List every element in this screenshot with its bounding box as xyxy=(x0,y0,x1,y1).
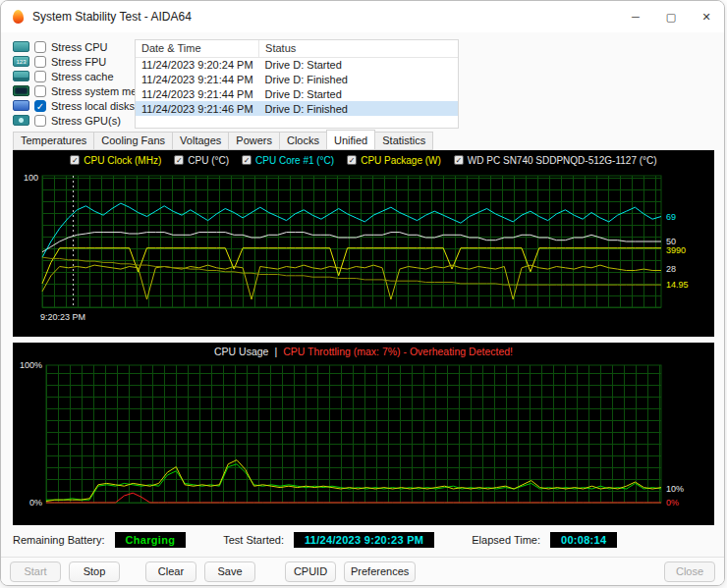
log-cell: 11/24/2023 9:21:46 PM xyxy=(136,101,259,116)
svg-text:28: 28 xyxy=(666,264,676,274)
legend-checkbox-cpu-c-[interactable]: ✓ xyxy=(174,155,184,165)
log-row[interactable]: 11/24/2023 9:21:44 PMDrive D: Started xyxy=(136,86,458,101)
cpu-usage-title-text: CPU Usage xyxy=(214,346,268,357)
log-cell: 11/24/2023 9:21:44 PM xyxy=(136,86,259,101)
cache-icon xyxy=(13,71,29,81)
tab-unified[interactable]: Unified xyxy=(326,130,375,150)
window-title: System Stability Test - AIDA64 xyxy=(32,10,618,24)
app-flame-icon xyxy=(13,10,25,25)
legend-item-cpu-c-: ✓CPU (°C) xyxy=(174,155,229,166)
tab-statistics[interactable]: Statistics xyxy=(374,132,433,150)
cpu-usage-chart-panel: CPU Usage | CPU Throttling (max: 7%) - O… xyxy=(13,343,714,525)
stress-option-label: Stress GPU(s) xyxy=(51,115,121,127)
elapsed-time-value: 00:08:14 xyxy=(550,532,617,548)
status-bar: Remaining Battery: Charging Test Started… xyxy=(13,532,712,548)
legend-label: CPU Clock (MHz) xyxy=(84,155,161,166)
cpuid-button[interactable]: CPUID xyxy=(285,561,336,582)
legend-label: CPU (°C) xyxy=(188,155,229,166)
test-started-label: Test Started: xyxy=(223,534,284,546)
system-stability-test-window: System Stability Test - AIDA64 ─ ▢ ✕ Str… xyxy=(0,0,725,586)
svg-text:0%: 0% xyxy=(666,498,679,508)
log-row[interactable]: 11/24/2023 9:21:44 PMDrive D: Finished xyxy=(136,72,458,86)
tab-temperatures[interactable]: Temperatures xyxy=(13,132,94,150)
minimize-button[interactable]: ─ xyxy=(618,2,653,31)
disk-icon xyxy=(13,100,29,111)
stop-button[interactable]: Stop xyxy=(69,561,120,582)
unified-chart-panel: ✓CPU Clock (MHz)✓CPU (°C)✓CPU Core #1 (°… xyxy=(13,150,714,337)
chart-legend: ✓CPU Clock (MHz)✓CPU (°C)✓CPU Core #1 (°… xyxy=(13,150,714,170)
stress-system-memory-checkbox[interactable] xyxy=(34,85,46,97)
stress-local-disks-checkbox[interactable]: ✓ xyxy=(34,100,46,112)
log-row[interactable]: 11/24/2023 9:21:46 PMDrive D: Finished xyxy=(136,101,458,116)
log-row[interactable]: 11/24/2023 9:20:24 PMDrive D: Started xyxy=(136,57,458,72)
legend-checkbox-cpu-clock-mhz-[interactable]: ✓ xyxy=(70,155,80,165)
svg-text:10%: 10% xyxy=(666,484,684,494)
tab-voltages[interactable]: Voltages xyxy=(172,132,229,150)
legend-label: CPU Core #1 (°C) xyxy=(255,155,334,166)
unified-sensor-graph: 695039902814.951009:20:23 PM xyxy=(13,170,714,331)
stress-cpu-checkbox[interactable] xyxy=(34,41,46,53)
test-started-value: 11/24/2023 9:20:23 PM xyxy=(294,532,434,548)
gpu-icon xyxy=(13,115,29,126)
legend-item-cpu-package-w-: ✓CPU Package (W) xyxy=(347,155,441,166)
log-cell: Drive D: Started xyxy=(259,57,458,72)
fpu-icon: 123 xyxy=(13,56,29,67)
svg-text:0%: 0% xyxy=(29,498,42,508)
clear-button[interactable]: Clear xyxy=(145,561,196,582)
legend-label: WD PC SN740 SDDPNQD-512G-1127 (°C) xyxy=(468,155,657,166)
stress-gpu-s--checkbox[interactable] xyxy=(34,115,46,127)
stress-fpu-checkbox[interactable] xyxy=(34,56,46,68)
battery-label: Remaining Battery: xyxy=(13,534,105,546)
close-window-button[interactable]: ✕ xyxy=(689,2,724,31)
stress-option-label: Stress cache xyxy=(51,71,114,82)
cpu-usage-chart-title: CPU Usage | CPU Throttling (max: 7%) - O… xyxy=(13,343,714,360)
close-button[interactable]: Close xyxy=(664,561,715,582)
cpu-icon xyxy=(13,41,29,52)
log-cell: 11/24/2023 9:20:24 PM xyxy=(136,57,259,72)
legend-checkbox-wd-pc-sn740-sddpnqd-512g-1127-c-[interactable]: ✓ xyxy=(454,155,464,165)
title-separator: | xyxy=(274,346,277,357)
svg-text:69: 69 xyxy=(666,212,676,222)
legend-item-wd-pc-sn740-sddpnqd-512g-1127-c-: ✓WD PC SN740 SDDPNQD-512G-1127 (°C) xyxy=(454,155,657,166)
tab-clocks[interactable]: Clocks xyxy=(279,132,327,150)
log-cell: Drive D: Finished xyxy=(259,101,458,116)
svg-text:9:20:23 PM: 9:20:23 PM xyxy=(40,312,85,322)
legend-item-cpu-clock-mhz-: ✓CPU Clock (MHz) xyxy=(70,155,161,166)
tab-bar: TemperaturesCooling FansVoltagesPowersCl… xyxy=(13,132,432,150)
titlebar: System Stability Test - AIDA64 ─ ▢ ✕ xyxy=(1,1,724,32)
elapsed-time-label: Elapsed Time: xyxy=(472,534,540,546)
svg-text:100%: 100% xyxy=(20,360,42,370)
stress-option-label: Stress local disks xyxy=(51,100,135,112)
save-button[interactable]: Save xyxy=(204,561,255,582)
stress-cache-checkbox[interactable] xyxy=(34,71,46,82)
event-log-header: Date & TimeStatus xyxy=(136,40,458,57)
legend-checkbox-cpu-core-1-c-[interactable]: ✓ xyxy=(242,155,252,165)
log-cell: Drive D: Finished xyxy=(259,72,458,86)
log-cell: 11/24/2023 9:21:44 PM xyxy=(136,72,259,86)
legend-checkbox-cpu-package-w-[interactable]: ✓ xyxy=(347,155,357,165)
cpu-throttling-warning-text: CPU Throttling (max: 7%) - Overheating D… xyxy=(283,346,513,357)
memory-icon xyxy=(13,85,29,96)
maximize-button[interactable]: ▢ xyxy=(653,2,689,31)
legend-item-cpu-core-1-c-: ✓CPU Core #1 (°C) xyxy=(242,155,334,166)
event-log-table[interactable]: Date & TimeStatus 11/24/2023 9:20:24 PMD… xyxy=(135,39,459,129)
log-cell: Drive D: Started xyxy=(259,86,458,101)
log-column-header: Date & Time xyxy=(136,40,259,57)
battery-value: Charging xyxy=(115,532,187,548)
cpu-usage-graph: 10%0%100%0% xyxy=(13,360,714,519)
button-bar: Start Stop Clear Save CPUID Preferences … xyxy=(1,557,724,585)
tab-powers[interactable]: Powers xyxy=(228,132,280,150)
svg-text:14.95: 14.95 xyxy=(666,280,689,290)
start-button[interactable]: Start xyxy=(10,561,61,582)
stress-option-label: Stress CPU xyxy=(51,41,107,53)
log-column-header: Status xyxy=(259,40,458,57)
svg-text:100: 100 xyxy=(24,173,38,183)
tab-cooling-fans[interactable]: Cooling Fans xyxy=(93,132,173,150)
stress-option-label: Stress FPU xyxy=(51,56,106,68)
preferences-button[interactable]: Preferences xyxy=(344,561,416,582)
svg-text:3990: 3990 xyxy=(666,245,686,255)
legend-label: CPU Package (W) xyxy=(361,155,441,166)
